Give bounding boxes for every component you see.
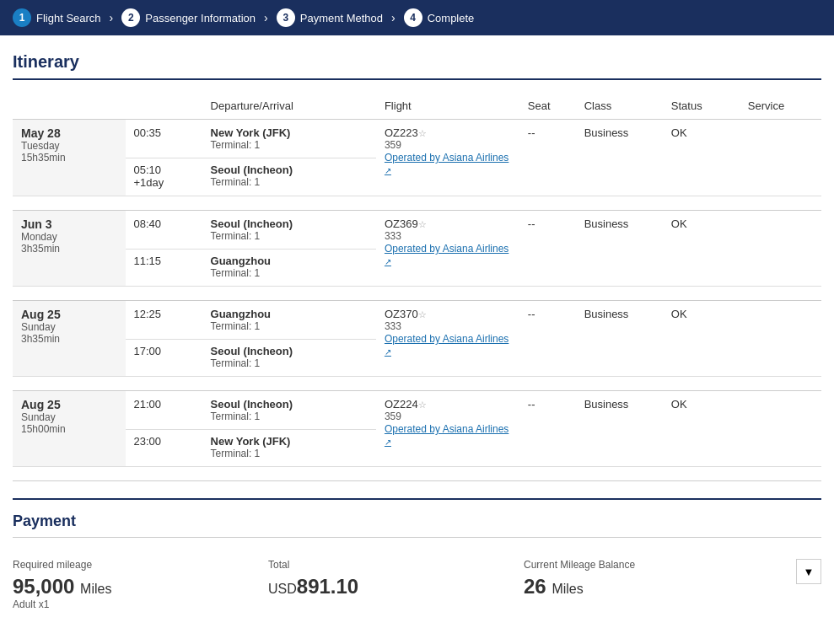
flight-info-cell: OZ370☆ 333 Operated by Asiana Airlines ↗: [376, 301, 519, 377]
arrive-terminal: Terminal: 1: [211, 357, 368, 369]
star-icon: ☆: [418, 309, 427, 319]
required-value: 95,000 Miles: [13, 575, 268, 598]
required-number: 95,000: [13, 575, 74, 598]
arrive-time: 23:00: [126, 430, 202, 467]
operated-link[interactable]: Operated by Asiana Airlines ↗: [385, 333, 508, 357]
step-1[interactable]: 1 Flight Search: [13, 8, 101, 27]
depart-airport: Guangzhou Terminal: 1: [202, 301, 376, 340]
operated-link[interactable]: Operated by Asiana Airlines ↗: [385, 423, 508, 448]
flight-sub: 333: [385, 230, 511, 242]
flight-date: Jun 3: [21, 217, 117, 231]
itinerary-table: Departure/Arrival Flight Seat Class Stat…: [13, 93, 821, 481]
step-2-num: 2: [121, 8, 140, 27]
arrive-airport: Guangzhou Terminal: 1: [202, 250, 376, 287]
service-cell: [740, 391, 821, 467]
step-4-label: Complete: [428, 12, 475, 24]
table-row: May 28 Tuesday 15h35min 00:35 New York (…: [13, 120, 821, 158]
flight-duration: 3h35min: [21, 243, 117, 255]
arrive-airport: New York (JFK) Terminal: 1: [202, 430, 376, 467]
balance-label: Current Mileage Balance: [524, 559, 779, 571]
total-currency: USD: [268, 582, 297, 596]
arrive-airport: Seoul (Incheon) Terminal: 1: [202, 340, 376, 377]
balance-unit: Miles: [552, 582, 583, 596]
progress-bar: 1 Flight Search › 2 Passenger Informatio…: [0, 0, 834, 35]
arrive-city: Guangzhou: [211, 255, 368, 267]
total-label: Total: [268, 559, 524, 571]
depart-terminal: Terminal: 1: [211, 320, 368, 332]
arrive-terminal: Terminal: 1: [211, 176, 368, 188]
step-3[interactable]: 3 Payment Method: [277, 8, 383, 27]
external-link-icon: ↗: [385, 347, 391, 357]
service-cell: [740, 301, 821, 377]
flight-sub: 359: [385, 139, 511, 151]
class-cell: Business: [576, 391, 663, 467]
table-row: Jun 3 Monday 3h35min 08:40 Seoul (Incheo…: [13, 211, 821, 250]
flight-weekday: Sunday: [21, 411, 117, 423]
step-2[interactable]: 2 Passenger Information: [121, 8, 256, 27]
depart-terminal: Terminal: 1: [211, 411, 368, 422]
depart-city: Seoul (Incheon): [211, 217, 368, 230]
step-4[interactable]: 4 Complete: [404, 8, 475, 27]
flight-info-cell: OZ369☆ 333 Operated by Asiana Airlines ↗: [376, 211, 519, 287]
itinerary-title: Itinerary: [13, 52, 821, 80]
payment-dropdown-button[interactable]: ▼: [796, 559, 821, 584]
flight-number: OZ369☆: [385, 217, 511, 230]
depart-terminal: Terminal: 1: [211, 139, 368, 151]
status-cell: OK: [663, 391, 740, 467]
step-sep-2: ›: [264, 11, 268, 24]
arrive-terminal: Terminal: 1: [211, 448, 368, 459]
depart-airport: Seoul (Incheon) Terminal: 1: [202, 211, 376, 250]
balance-value: 26 Miles: [524, 575, 779, 598]
flight-date-cell: Jun 3 Monday 3h35min: [13, 211, 126, 287]
depart-time: 12:25: [126, 301, 202, 340]
flight-weekday: Monday: [21, 231, 117, 243]
main-content: Itinerary Departure/Arrival Flight Seat …: [0, 35, 834, 636]
payment-title: Payment: [13, 513, 821, 538]
depart-time: 00:35: [126, 120, 202, 158]
arrive-time: 11:15: [126, 250, 202, 287]
spacer-row: [13, 287, 821, 301]
status-cell: OK: [663, 120, 740, 196]
class-cell: Business: [576, 120, 663, 196]
depart-airport: Seoul (Incheon) Terminal: 1: [202, 391, 376, 430]
star-icon: ☆: [418, 219, 427, 229]
flight-duration: 15h35min: [21, 152, 117, 164]
balance-item: Current Mileage Balance 26 Miles: [524, 559, 779, 598]
total-amount: 891.10: [297, 575, 358, 598]
flight-number: OZ223☆: [385, 126, 511, 139]
star-icon: ☆: [418, 400, 427, 410]
flight-date-cell: Aug 25 Sunday 15h00min: [13, 391, 126, 467]
service-cell: [740, 211, 821, 287]
seat-cell: --: [519, 211, 576, 287]
balance-number: 26: [524, 575, 546, 598]
seat-cell: --: [519, 301, 576, 377]
depart-city: Guangzhou: [211, 308, 368, 320]
depart-time: 08:40: [126, 211, 202, 250]
col-class: Class: [576, 93, 663, 120]
step-sep-3: ›: [391, 11, 395, 24]
flight-info-cell: OZ223☆ 359 Operated by Asiana Airlines ↗: [376, 120, 519, 196]
step-sep-1: ›: [110, 11, 114, 24]
arrive-city: Seoul (Incheon): [211, 345, 368, 357]
table-row: Aug 25 Sunday 3h35min 12:25 Guangzhou Te…: [13, 301, 821, 340]
flight-sub: 333: [385, 320, 511, 332]
col-departure-arrival: Departure/Arrival: [202, 93, 376, 120]
class-cell: Business: [576, 211, 663, 287]
arrive-airport: Seoul (Incheon) Terminal: 1: [202, 158, 376, 196]
required-label: Required mileage: [13, 559, 268, 571]
external-link-icon: ↗: [385, 257, 391, 266]
flight-duration: 15h00min: [21, 423, 117, 435]
service-cell: [740, 120, 821, 196]
operated-link[interactable]: Operated by Asiana Airlines ↗: [385, 152, 508, 176]
arrive-time: 17:00: [126, 340, 202, 377]
flight-date: May 28: [21, 126, 117, 140]
step-3-label: Payment Method: [300, 12, 383, 24]
required-unit: Miles: [80, 582, 111, 596]
arrive-city: Seoul (Incheon): [211, 164, 368, 176]
step-1-num: 1: [13, 8, 31, 27]
operated-link[interactable]: Operated by Asiana Airlines ↗: [385, 243, 508, 267]
class-cell: Business: [576, 301, 663, 377]
star-icon: ☆: [418, 128, 427, 138]
col-service: Service: [740, 93, 821, 120]
step-4-num: 4: [404, 8, 422, 27]
